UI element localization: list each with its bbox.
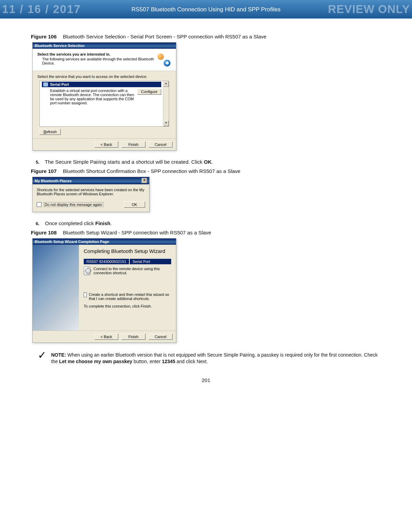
checkmark-icon: ✓	[38, 352, 46, 359]
figure-106-label: Figure 106	[31, 34, 57, 39]
cancel-button-3[interactable]: Cancel	[149, 334, 173, 340]
bluetooth-service-selection-dialog: Bluetooth Service Selection Select the s…	[32, 42, 176, 151]
dialog1-instruction: Select the service that you want to acce…	[37, 74, 171, 79]
refresh-button[interactable]: RRefreshefresh	[39, 129, 61, 135]
back-button-1[interactable]: < Back	[94, 141, 118, 148]
note-block: ✓ NOTE: When using an earlier Bluetooth …	[31, 352, 381, 365]
finish-button-3[interactable]: Finish	[121, 334, 145, 340]
shortcut-note: Connect to the remote device using this …	[93, 267, 171, 275]
device-entry[interactable]: RS507 9243000502151 Serial Port	[84, 259, 171, 264]
back-button-3[interactable]: < Back	[94, 334, 118, 340]
connection-icon	[84, 266, 91, 275]
dialog2-title: My Bluetooth Places	[35, 179, 72, 183]
finish-button-1[interactable]: Finish	[121, 141, 145, 148]
figure-108-label: Figure 108	[31, 230, 57, 235]
serial-port-icon	[43, 82, 48, 86]
dialog3-titlebar: Bluetooth Setup Wizard Completion Page	[33, 239, 176, 245]
close-icon[interactable]: ×	[142, 178, 147, 183]
header-title: RS507 Bluetooth Connection Using HID and…	[131, 0, 280, 19]
device-id: RS507 9243000502151	[84, 259, 130, 264]
wizard-complete-title: Completing Bluetooth Setup Wizard	[84, 248, 171, 254]
dialog2-titlebar: My Bluetooth Places ×	[33, 177, 149, 184]
device-service: Serial Port	[130, 259, 153, 264]
step-5: 5. The Secure Simple Pairing starts and …	[36, 159, 381, 165]
ok-button[interactable]: OK	[124, 201, 145, 208]
figure-107-caption: Figure 107 Bluetooth Shortcut Confirmati…	[31, 168, 381, 174]
note-label: NOTE:	[51, 352, 66, 358]
scroll-up-button[interactable]: ▴	[163, 81, 169, 87]
service-list[interactable]: Serial Port Establish a virtual serial p…	[39, 81, 169, 127]
figure-108-caption: Figure 108 Bluetooth Setup Wizard - SPP …	[31, 230, 381, 235]
review-stamp: REVIEW ONLY	[328, 0, 412, 19]
figure-106-caption: Figure 106 Bluetooth Service Selection -…	[31, 34, 381, 39]
my-bluetooth-places-dialog: My Bluetooth Places × Shortcuts for the …	[32, 177, 150, 212]
wizard-side-image	[33, 245, 79, 331]
finish-instruction: To complete this connection, click Finis…	[84, 304, 171, 308]
bluetooth-icon: ✱	[156, 52, 170, 67]
service-description: Establish a virtual serial port connecti…	[50, 89, 134, 105]
page-header: 11 / 16 / 2017 RS507 Bluetooth Connectio…	[0, 0, 412, 19]
dialog1-title: Bluetooth Service Selection	[35, 44, 84, 48]
dialog2-message: Shortcuts for the selected services have…	[33, 184, 149, 199]
scroll-down-button[interactable]: ▾	[163, 120, 169, 126]
dialog1-titlebar: Bluetooth Service Selection	[33, 43, 176, 49]
checkbox-restart-label: Create a shortcut and then restart this …	[89, 292, 171, 301]
figure-107-label: Figure 107	[31, 168, 57, 174]
checkbox-label-dont-show[interactable]: Do not display this message again	[44, 202, 103, 207]
figure-106-text: Bluetooth Service Selection - Serial Por…	[63, 34, 266, 39]
date-stamp: 11 / 16 / 2017	[0, 0, 81, 19]
checkbox-restart-wizard[interactable]	[84, 292, 87, 297]
checkbox-dont-show[interactable]	[37, 202, 42, 207]
dialog3-title: Bluetooth Setup Wizard Completion Page	[35, 240, 109, 244]
page-number: 201	[31, 377, 381, 390]
dialog1-head-sub: The following services are available thr…	[37, 57, 156, 65]
figure-107-text: Bluetooth Shortcut Confirmation Box - SP…	[63, 168, 240, 174]
configure-button[interactable]: Configure	[137, 89, 161, 95]
cancel-button-1[interactable]: Cancel	[149, 141, 173, 148]
service-serial-port[interactable]: Serial Port	[42, 82, 161, 87]
dialog1-head-bold: Select the services you are interested i…	[37, 52, 156, 56]
figure-108-text: Bluetooth Setup Wizard - SPP connection …	[63, 230, 211, 235]
service-title-text: Serial Port	[50, 82, 69, 86]
bluetooth-setup-wizard-dialog: Bluetooth Setup Wizard Completion Page C…	[32, 238, 176, 343]
step-6: 6. Once completed click Finish.	[36, 220, 381, 226]
